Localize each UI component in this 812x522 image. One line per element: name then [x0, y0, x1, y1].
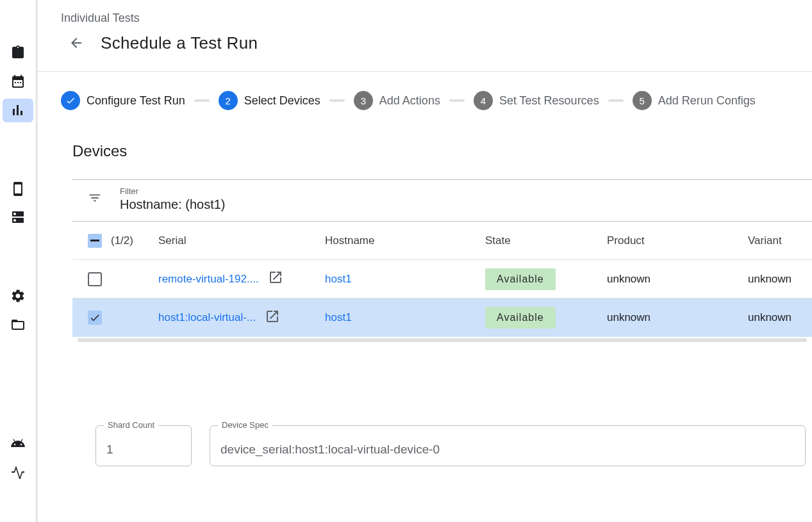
check-icon — [65, 95, 76, 106]
bar-chart-icon — [10, 102, 26, 118]
step-connector — [608, 99, 624, 102]
step-number: 3 — [354, 91, 373, 110]
sidebar-item-tests[interactable] — [3, 41, 33, 65]
section-title-devices: Devices — [72, 142, 812, 160]
clipboard-icon — [10, 45, 26, 60]
hostname-link[interactable]: host1 — [325, 311, 352, 323]
devices-table: (1/2) Serial Hostname State Product Vari… — [72, 222, 812, 342]
sidebar-item-settings[interactable] — [3, 284, 33, 307]
device-spec-field[interactable]: Device Spec device_serial:host1:local-vi… — [210, 425, 806, 466]
col-header-variant[interactable]: Variant — [748, 234, 812, 247]
filter-icon — [88, 191, 102, 208]
arrow-back-icon — [69, 35, 84, 51]
step-configure-test-run[interactable]: Configure Test Run — [61, 91, 185, 110]
open-in-new-icon[interactable] — [265, 309, 280, 327]
step-number: 5 — [633, 91, 652, 110]
shard-count-field[interactable]: Shard Count 1 — [95, 425, 192, 466]
open-in-new-icon[interactable] — [268, 270, 283, 288]
sidebar-item-results[interactable] — [3, 99, 33, 122]
filter-bar[interactable]: Filter Hostname: (host1) — [72, 180, 812, 222]
step-label: Set Test Resources — [499, 94, 599, 108]
step-connector — [194, 99, 210, 102]
calendar-icon — [10, 74, 26, 89]
step-label: Add Rerun Configs — [658, 94, 756, 108]
sidebar-item-android[interactable] — [3, 431, 33, 455]
hostname-link[interactable]: host1 — [325, 273, 352, 285]
col-header-product[interactable]: Product — [607, 234, 748, 247]
sidebar-item-health[interactable] — [3, 460, 33, 484]
step-connector — [449, 99, 465, 102]
back-button[interactable] — [63, 30, 89, 56]
row-checkbox[interactable] — [88, 272, 102, 286]
variant-value: unknown — [748, 273, 812, 286]
step-number: 4 — [474, 91, 493, 110]
status-badge: Available — [485, 307, 556, 329]
step-set-test-resources[interactable]: 4 Set Test Resources — [474, 91, 599, 110]
device-spec-value[interactable]: device_serial:host1:local-virtual-device… — [220, 443, 795, 457]
sidebar-item-hosts[interactable] — [3, 206, 33, 229]
status-badge: Available — [485, 268, 556, 290]
table-row[interactable]: host1:local-virtual-... host1 Available … — [72, 298, 812, 337]
serial-link[interactable]: remote-virtual-192.... — [158, 273, 259, 286]
shard-count-label: Shard Count — [104, 420, 158, 430]
check-icon — [89, 312, 101, 323]
sidebar-item-devices[interactable] — [3, 177, 33, 200]
folder-open-icon — [10, 317, 26, 332]
android-icon — [10, 436, 26, 451]
selection-count: (1/2) — [111, 234, 133, 247]
product-value: unknown — [607, 273, 748, 286]
filter-label: Filter — [120, 186, 226, 196]
sidebar-item-schedule[interactable] — [3, 70, 33, 94]
step-add-actions[interactable]: 3 Add Actions — [354, 91, 440, 110]
step-label: Select Devices — [244, 94, 320, 108]
stepper: Configure Test Run 2 Select Devices 3 Ad… — [38, 72, 812, 129]
product-value: unknown — [607, 311, 748, 324]
step-connector — [329, 99, 345, 102]
step-label: Configure Test Run — [87, 94, 185, 108]
page-title: Schedule a Test Run — [101, 33, 258, 53]
col-header-hostname[interactable]: Hostname — [325, 234, 485, 247]
serial-link[interactable]: host1:local-virtual-... — [158, 311, 256, 324]
step-select-devices[interactable]: 2 Select Devices — [219, 91, 320, 110]
sidebar-item-folder[interactable] — [3, 313, 33, 336]
filter-value: Hostname: (host1) — [120, 197, 226, 212]
step-add-rerun-configs[interactable]: 5 Add Rerun Configs — [633, 91, 756, 110]
col-header-state[interactable]: State — [485, 234, 607, 247]
sidebar — [0, 0, 36, 522]
heartbeat-icon — [10, 464, 26, 479]
variant-value: unknown — [748, 311, 812, 324]
dns-icon — [10, 209, 26, 225]
smartphone-icon — [10, 181, 26, 197]
row-checkbox[interactable] — [88, 311, 102, 325]
step-label: Add Actions — [379, 94, 440, 108]
step-complete-icon — [61, 91, 80, 110]
select-all-checkbox[interactable] — [88, 234, 102, 248]
breadcrumb: Individual Tests — [61, 12, 812, 25]
col-header-serial[interactable]: Serial — [158, 234, 325, 247]
shard-count-value[interactable]: 1 — [106, 443, 181, 457]
step-number: 2 — [219, 91, 238, 110]
gear-icon — [10, 288, 26, 304]
table-row[interactable]: remote-virtual-192.... host1 Available u… — [72, 260, 812, 298]
device-spec-label: Device Spec — [218, 420, 272, 430]
